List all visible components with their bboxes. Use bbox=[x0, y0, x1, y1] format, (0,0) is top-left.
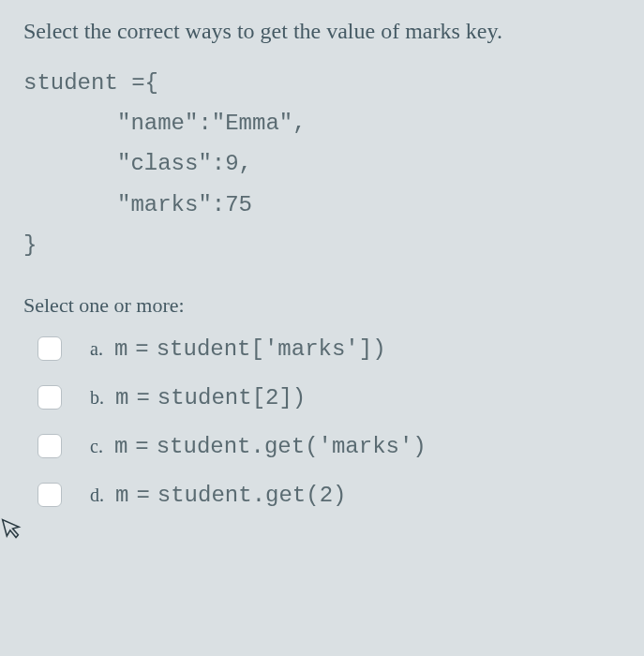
option-label: c. bbox=[90, 436, 103, 457]
option-label: a. bbox=[90, 338, 103, 360]
option-code: student.get('marks') bbox=[157, 434, 427, 459]
select-prompt: Select one or more: bbox=[23, 293, 621, 318]
option-label: b. bbox=[90, 387, 104, 409]
option-var: m bbox=[115, 385, 128, 410]
question-title: Select the correct ways to get the value… bbox=[23, 19, 621, 44]
option-label: d. bbox=[90, 485, 104, 506]
option-var: m bbox=[114, 336, 127, 362]
code-line: "marks":75 bbox=[23, 185, 621, 225]
code-line: } bbox=[23, 225, 621, 265]
option-eq: = bbox=[135, 434, 148, 459]
option-code: student['marks']) bbox=[157, 336, 386, 362]
code-line: "name":"Emma", bbox=[23, 103, 621, 143]
code-block: student ={ "name":"Emma", "class":9, "ma… bbox=[23, 63, 621, 265]
checkbox-option-c[interactable] bbox=[37, 434, 62, 458]
option-code: student.get(2) bbox=[157, 483, 347, 508]
option-var: m bbox=[114, 434, 127, 459]
option-eq: = bbox=[136, 385, 149, 410]
code-line: "class":9, bbox=[23, 143, 621, 184]
option-text: a. m = student['marks']) bbox=[90, 336, 386, 362]
option-eq: = bbox=[136, 483, 149, 508]
option-eq: = bbox=[135, 336, 148, 362]
option-var: m bbox=[115, 483, 128, 508]
code-line: student ={ bbox=[23, 63, 621, 103]
option-row: d. m = student.get(2) bbox=[37, 483, 621, 508]
checkbox-option-d[interactable] bbox=[37, 483, 62, 507]
option-row: c. m = student.get('marks') bbox=[37, 434, 621, 459]
option-text: b. m = student[2]) bbox=[90, 385, 306, 410]
checkbox-option-a[interactable] bbox=[37, 336, 62, 361]
checkbox-option-b[interactable] bbox=[37, 385, 62, 410]
option-text: d. m = student.get(2) bbox=[90, 483, 346, 508]
option-code: student[2]) bbox=[157, 385, 306, 410]
option-row: a. m = student['marks']) bbox=[37, 336, 621, 362]
cursor-icon bbox=[0, 514, 26, 547]
options-list: a. m = student['marks']) b. m = student[… bbox=[23, 336, 621, 508]
option-row: b. m = student[2]) bbox=[37, 385, 621, 410]
option-text: c. m = student.get('marks') bbox=[90, 434, 427, 459]
